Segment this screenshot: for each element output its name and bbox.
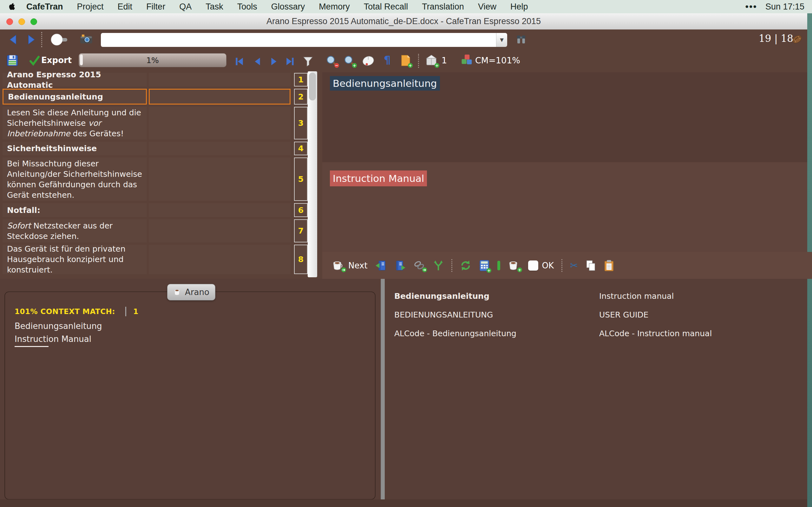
notification-dots-icon[interactable]: ••• xyxy=(745,1,757,12)
source-cell[interactable]: Arano Espresso 2015 Automatic xyxy=(3,73,147,87)
add-term-table-icon[interactable]: + xyxy=(479,260,490,272)
target-cell[interactable] xyxy=(149,73,291,87)
last-segment-button[interactable] xyxy=(285,56,295,66)
transfer-segment-icon[interactable] xyxy=(394,260,406,271)
new-document-icon[interactable]: + xyxy=(400,55,411,66)
toggle-knob-icon[interactable] xyxy=(50,32,68,47)
copy-icon[interactable] xyxy=(586,260,596,271)
menu-item-view[interactable]: View xyxy=(471,2,503,11)
source-editor-pane[interactable]: Bedienungsanleitung xyxy=(322,72,807,162)
segment-number: 7 xyxy=(294,219,308,242)
target-editor-pane[interactable]: Instruction Manual xyxy=(322,162,807,252)
mouse-icon[interactable] xyxy=(362,55,375,66)
source-cell[interactable]: Lesen Sie diese Anleitung und die Sicher… xyxy=(3,107,147,139)
segment-number: 6 xyxy=(294,203,308,217)
segment-number: 1 xyxy=(294,73,308,87)
first-segment-button[interactable] xyxy=(234,56,244,66)
next-segment-cup-icon[interactable]: ➜ xyxy=(332,260,345,271)
source-cell[interactable]: Das Gerät ist für den privaten Hausgebra… xyxy=(3,245,147,274)
segment-editor: Bedienungsanleitung Instruction Manual ➜… xyxy=(322,72,807,308)
memory-package-icon[interactable]: + xyxy=(425,54,438,66)
ok-button[interactable]: OK xyxy=(542,261,554,270)
memory-count-label: 1 xyxy=(442,55,447,65)
match-source[interactable]: BEDIENUNGSANLEITUNG xyxy=(394,310,599,320)
forward-button[interactable] xyxy=(26,34,37,45)
match-target[interactable]: USER GUIDE xyxy=(599,310,712,320)
grid-scrollbar[interactable] xyxy=(308,71,317,277)
save-icon[interactable] xyxy=(6,55,18,66)
insert-source-icon[interactable] xyxy=(375,260,387,271)
menu-clock[interactable]: Sun 17:15 xyxy=(765,2,804,12)
menu-item-filter[interactable]: Filter xyxy=(139,2,172,11)
source-cell[interactable]: Notfall: xyxy=(3,203,147,217)
toolbar-separator xyxy=(451,259,452,272)
pilcrow-formatting-icon[interactable]: ¶ xyxy=(384,55,391,65)
menu-item-total-recall[interactable]: Total Recall xyxy=(357,2,415,11)
binoculars-search-icon[interactable] xyxy=(515,34,527,45)
grid-row-5: Bei Missachtung dieser Anleitung/der Sic… xyxy=(3,158,321,201)
context-match-label: 101% CONTEXT MATCH: xyxy=(14,307,115,316)
source-cell[interactable]: Bei Missachtung dieser Anleitung/der Sic… xyxy=(3,158,147,201)
apple-icon[interactable] xyxy=(8,3,15,11)
previous-segment-button[interactable] xyxy=(252,56,262,66)
target-cell[interactable] xyxy=(149,219,291,242)
export-button[interactable]: Export xyxy=(41,55,72,65)
match-target[interactable]: Instruction manual xyxy=(599,291,712,301)
menu-items: CafeTranProjectEditFilterQATaskToolsGlos… xyxy=(19,2,535,12)
target-cell[interactable] xyxy=(149,245,291,274)
source-cell[interactable]: Sicherheitshinweise xyxy=(3,142,147,155)
insert-bar-icon[interactable] xyxy=(497,261,500,270)
menu-item-edit[interactable]: Edit xyxy=(111,2,140,11)
search-input[interactable] xyxy=(101,33,496,47)
target-cell[interactable] xyxy=(149,142,291,155)
coffee-cup-icon xyxy=(173,288,182,296)
glossary-entry-source[interactable]: Bedienungsanleitung xyxy=(14,321,138,331)
progress-percent: 1% xyxy=(146,56,159,65)
menu-item-cafetran[interactable]: CafeTran xyxy=(19,2,70,11)
camera-snapshot-icon[interactable] xyxy=(80,33,93,45)
menu-item-qa[interactable]: QA xyxy=(172,2,199,11)
target-cell[interactable] xyxy=(149,203,291,217)
auto-assemble-link-icon[interactable]: ➜ xyxy=(413,260,425,271)
menu-item-memory[interactable]: Memory xyxy=(312,2,357,11)
target-cell[interactable] xyxy=(149,89,291,105)
add-to-memory-cup-icon[interactable]: + xyxy=(508,260,520,271)
source-cell[interactable]: Sofort Netzstecker aus der Steckdose zie… xyxy=(3,219,147,242)
panel-splitter[interactable] xyxy=(380,279,385,507)
refresh-translation-icon[interactable] xyxy=(460,260,471,271)
back-button[interactable] xyxy=(8,34,19,45)
search-dropdown-button[interactable]: ▼ xyxy=(496,33,507,47)
minimize-window-button[interactable] xyxy=(18,18,25,25)
target-cell[interactable] xyxy=(149,107,291,139)
close-window-button[interactable] xyxy=(6,18,13,25)
glossary-tab-arano[interactable]: Arano xyxy=(167,284,215,300)
menu-item-translation[interactable]: Translation xyxy=(415,2,471,11)
match-source[interactable]: ALCode - Bedienungsanleitung xyxy=(394,329,599,338)
split-segment-icon[interactable] xyxy=(433,260,444,271)
window-title-bar[interactable]: Arano Espresso 2015 Automatic_de-DE.docx… xyxy=(0,13,807,30)
ok-checkbox[interactable] xyxy=(528,261,538,271)
next-segment-button[interactable] xyxy=(269,56,279,66)
paste-clipboard-icon[interactable] xyxy=(604,260,614,272)
grid-row-3: Lesen Sie diese Anleitung und die Sicher… xyxy=(3,107,321,139)
zoom-in-icon[interactable]: + xyxy=(344,55,355,66)
glossary-entry-target[interactable]: Instruction Manual xyxy=(14,334,138,344)
grid-scrollbar-thumb[interactable] xyxy=(309,72,316,101)
menu-item-task[interactable]: Task xyxy=(199,2,230,11)
filter-funnel-icon[interactable] xyxy=(303,56,313,67)
source-cell[interactable]: Bedienungsanleitung xyxy=(3,89,147,105)
entry-underline xyxy=(14,346,49,347)
target-cell[interactable] xyxy=(149,158,291,201)
menu-item-help[interactable]: Help xyxy=(503,2,535,11)
zoom-window-button[interactable] xyxy=(31,18,37,25)
cut-icon[interactable]: ✂ xyxy=(570,261,578,270)
next-button[interactable]: Next xyxy=(348,261,368,270)
match-target[interactable]: ALCode - Instruction manual xyxy=(599,329,712,338)
zoom-out-icon[interactable]: − xyxy=(326,55,338,66)
match-source[interactable]: Bedienungsanleitung xyxy=(394,291,599,301)
menu-item-project[interactable]: Project xyxy=(70,2,111,11)
menu-item-glossary[interactable]: Glossary xyxy=(264,2,312,11)
coffee-bean-icon[interactable] xyxy=(791,33,804,45)
menu-item-tools[interactable]: Tools xyxy=(230,2,264,11)
segment-number: 2 xyxy=(294,89,308,105)
